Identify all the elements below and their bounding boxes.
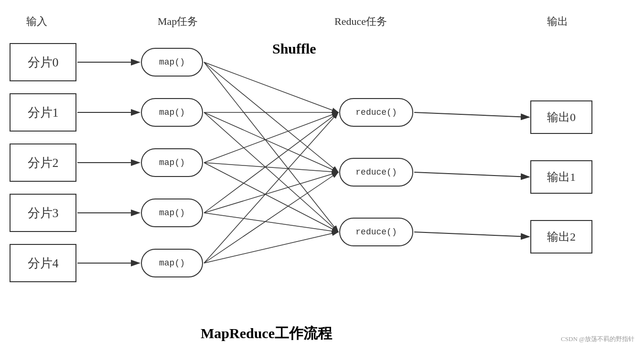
map-box-2: map() — [141, 148, 203, 177]
svg-line-23 — [414, 232, 529, 237]
input-box-3: 分片3 — [10, 194, 76, 232]
svg-line-16 — [204, 172, 338, 213]
map-box-3: map() — [141, 199, 203, 227]
shuffle-label: Shuffle — [272, 41, 316, 57]
svg-line-8 — [204, 62, 338, 232]
svg-line-17 — [204, 213, 338, 232]
svg-line-15 — [204, 112, 338, 213]
col-header-output: 输出 — [547, 14, 568, 29]
svg-line-22 — [414, 172, 529, 177]
reduce-box-1: reduce() — [339, 158, 413, 187]
diagram-container: 输入 Map任务 Reduce任务 输出 Shuffle 分片0 分片1 分片2… — [0, 0, 644, 353]
input-box-0: 分片0 — [10, 43, 76, 81]
svg-line-6 — [204, 62, 338, 112]
svg-line-13 — [204, 163, 338, 172]
map-box-1: map() — [141, 98, 203, 127]
input-box-4: 分片4 — [10, 244, 76, 282]
input-box-2: 分片2 — [10, 143, 76, 182]
svg-line-10 — [204, 112, 338, 172]
map-box-4: map() — [141, 249, 203, 277]
input-box-1: 分片1 — [10, 93, 76, 132]
col-header-map: Map任务 — [158, 14, 198, 29]
output-box-1: 输出1 — [530, 160, 592, 194]
map-box-0: map() — [141, 48, 203, 77]
svg-line-12 — [204, 112, 338, 163]
watermark: CSDN @放荡不羁的野指针 — [561, 335, 634, 343]
svg-line-18 — [204, 112, 338, 263]
reduce-box-0: reduce() — [339, 98, 413, 127]
output-box-2: 输出2 — [530, 220, 592, 254]
bottom-title: MapReduce工作流程 — [201, 324, 332, 343]
svg-line-11 — [204, 112, 338, 232]
svg-line-21 — [414, 112, 529, 117]
svg-line-20 — [204, 232, 338, 263]
col-header-input: 输入 — [26, 14, 47, 29]
svg-line-19 — [204, 172, 338, 263]
col-header-reduce: Reduce任务 — [334, 14, 387, 29]
output-box-0: 输出0 — [530, 100, 592, 134]
svg-line-14 — [204, 163, 338, 232]
reduce-box-2: reduce() — [339, 218, 413, 246]
svg-line-7 — [204, 62, 338, 172]
